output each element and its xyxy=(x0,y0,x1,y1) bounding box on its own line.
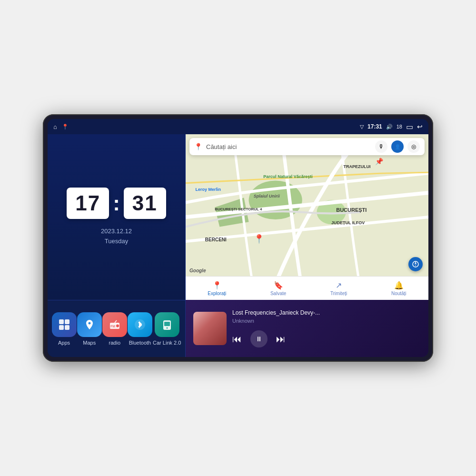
map-label-sector4: BUCUREȘTI SECTORUL 4 xyxy=(215,207,262,211)
svg-text:FM: FM xyxy=(110,325,115,328)
app-item-radio[interactable]: FM radio xyxy=(102,312,127,346)
radio-label: radio xyxy=(109,340,120,346)
explore-label: Explorați xyxy=(208,291,226,296)
map-container[interactable]: BUCUREȘTI JUDEȚUL ILFOV BERCENI TRAPEZUL… xyxy=(186,134,428,300)
signal-icon: ▽ xyxy=(360,124,364,130)
location-icon[interactable]: 📍 xyxy=(62,124,69,130)
google-logo: Google xyxy=(189,268,206,273)
clock-date: 2023.12.12 Tuesday xyxy=(101,227,132,247)
map-search-text: Căutați aici xyxy=(206,143,371,150)
news-label: Noutăți xyxy=(391,291,407,296)
map-label-splaiul: Splaiul Unirii xyxy=(254,194,280,198)
app-item-maps[interactable]: Maps xyxy=(77,312,102,346)
device-frame: ⌂ 📍 ▽ 17:31 🔊 18 ▭ ↩ 17 : xyxy=(43,114,433,362)
prev-button[interactable]: ⏮ xyxy=(232,334,242,345)
battery-icon: ▭ xyxy=(406,122,413,131)
music-player: Lost Frequencies_Janieck Devy-... Unknow… xyxy=(186,300,428,357)
maps-label: Maps xyxy=(83,340,96,346)
svg-rect-2 xyxy=(59,325,64,330)
back-icon[interactable]: ↩ xyxy=(417,123,423,130)
svg-rect-1 xyxy=(65,319,69,324)
carlink-label: Car Link 2.0 xyxy=(153,340,181,346)
map-nav-bar: 📍 Explorați 🔖 Salvate ↗ Trimiteți xyxy=(186,276,428,300)
news-icon: 🔔 xyxy=(394,281,404,290)
play-icon: ⏸ xyxy=(256,335,262,343)
layers-button[interactable]: ◎ xyxy=(407,140,420,153)
map-compass-button[interactable] xyxy=(408,257,423,271)
svg-line-7 xyxy=(115,320,117,323)
map-label-berceni: BERCENI xyxy=(205,237,227,242)
svg-rect-10 xyxy=(164,322,170,326)
svg-rect-3 xyxy=(65,325,69,330)
svg-rect-0 xyxy=(59,319,64,324)
apps-row: Apps Maps xyxy=(48,300,185,357)
map-pin-main: 📍 xyxy=(254,234,264,244)
map-label-parcul: Parcul Natural Văcărești xyxy=(263,174,313,179)
right-panel: BUCUREȘTI JUDEȚUL ILFOV BERCENI TRAPEZUL… xyxy=(186,134,428,357)
volume-icon: 🔊 xyxy=(386,124,393,130)
music-title: Lost Frequencies_Janieck Devy-... xyxy=(232,309,421,316)
volume-level: 18 xyxy=(397,124,402,129)
status-left-icons: ⌂ 📍 xyxy=(53,123,69,130)
svg-point-6 xyxy=(116,324,119,327)
apps-icon xyxy=(52,312,77,337)
music-artist: Unknown xyxy=(232,318,421,324)
map-label-leroy: Leroy Merlin xyxy=(195,187,221,192)
main-content: 17 : 31 2023.12.12 Tuesday xyxy=(48,134,428,357)
map-search-bar[interactable]: 📍 Căutați aici 🎙 👤 ◎ xyxy=(189,138,425,155)
radio-icon: FM xyxy=(102,312,127,337)
send-label: Trimiteți xyxy=(330,291,347,296)
map-background: BUCUREȘTI JUDEȚUL ILFOV BERCENI TRAPEZUL… xyxy=(186,134,428,300)
app-item-bluetooth[interactable]: Bluetooth xyxy=(128,312,152,346)
album-art xyxy=(193,312,227,345)
account-button[interactable]: 👤 xyxy=(391,140,404,153)
clock-widget: 17 : 31 2023.12.12 Tuesday xyxy=(48,134,185,300)
bluetooth-icon xyxy=(128,312,152,337)
clock-hours: 17 xyxy=(67,188,109,219)
map-label-bucuresti: BUCUREȘTI xyxy=(336,207,367,213)
clock-display: 17 : 31 xyxy=(67,188,166,219)
device-screen: ⌂ 📍 ▽ 17:31 🔊 18 ▭ ↩ 17 : xyxy=(48,119,428,357)
apps-label: Apps xyxy=(58,340,70,346)
bluetooth-label: Bluetooth xyxy=(129,340,151,346)
status-bar: ⌂ 📍 ▽ 17:31 🔊 18 ▭ ↩ xyxy=(48,119,428,134)
album-art-image xyxy=(193,312,227,345)
map-label-trapezului: TRAPEZULUI xyxy=(344,164,371,169)
map-nav-explore[interactable]: 📍 Explorați xyxy=(208,281,226,296)
explore-icon: 📍 xyxy=(212,281,222,290)
saved-icon: 🔖 xyxy=(274,281,283,290)
maps-pin-icon: 📍 xyxy=(194,143,202,150)
clock-minutes: 31 xyxy=(124,188,166,219)
status-right-icons: ▽ 17:31 🔊 18 ▭ ↩ xyxy=(360,122,423,131)
map-nav-news[interactable]: 🔔 Noutăți xyxy=(391,281,407,296)
app-item-apps[interactable]: Apps xyxy=(52,312,77,346)
music-controls: ⏮ ⏸ ⏭ xyxy=(232,330,421,347)
map-nav-send[interactable]: ↗ Trimiteți xyxy=(330,281,347,296)
play-pause-button[interactable]: ⏸ xyxy=(250,330,268,347)
saved-label: Salvate xyxy=(270,291,286,296)
send-icon: ↗ xyxy=(336,281,342,290)
app-item-carlink[interactable]: Car Link 2.0 xyxy=(153,312,181,346)
status-time: 17:31 xyxy=(367,123,382,130)
next-button[interactable]: ⏭ xyxy=(276,334,286,345)
maps-icon xyxy=(77,312,102,337)
music-info-controls: Lost Frequencies_Janieck Devy-... Unknow… xyxy=(232,309,421,347)
clock-colon: : xyxy=(113,191,120,215)
map-search-actions: 🎙 👤 ◎ xyxy=(375,140,420,153)
home-icon[interactable]: ⌂ xyxy=(53,123,57,130)
map-nav-saved[interactable]: 🔖 Salvate xyxy=(270,281,286,296)
voice-search-button[interactable]: 🎙 xyxy=(375,140,387,153)
clock-date-value: 2023.12.12 xyxy=(101,227,132,237)
left-panel: 17 : 31 2023.12.12 Tuesday xyxy=(48,134,186,357)
map-label-ilfov: JUDEȚUL ILFOV xyxy=(331,220,365,225)
svg-point-11 xyxy=(166,327,168,328)
clock-day-value: Tuesday xyxy=(101,237,132,247)
carlink-icon xyxy=(155,312,179,337)
map-pin-secondary: 📌 xyxy=(375,158,383,165)
